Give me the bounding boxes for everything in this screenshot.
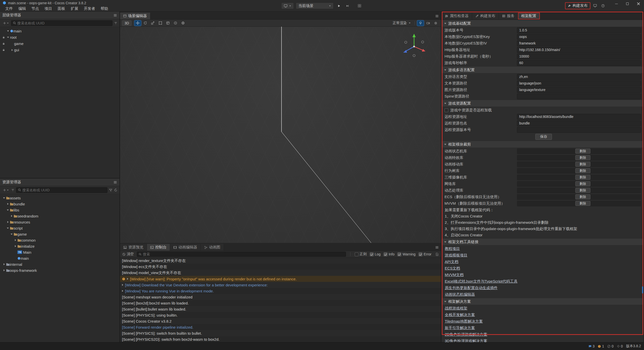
asset-node-game[interactable]: game: [0, 231, 119, 237]
regex-checkbox[interactable]: [355, 252, 358, 256]
collapse-arrow-icon[interactable]: [6, 209, 10, 211]
doc-link[interactable]: 教程项目: [445, 246, 460, 251]
menu-item-1[interactable]: 编辑: [16, 6, 29, 11]
log-count-item[interactable]: 3: [588, 344, 595, 348]
log-row-13[interactable]: [Scene] [PHYSICS2D]: switch from box2d-w…: [120, 336, 441, 342]
collapse-arrow-icon[interactable]: [6, 30, 10, 32]
expand-arrow-icon[interactable]: [13, 245, 17, 247]
expand-arrow-icon[interactable]: [2, 269, 6, 271]
expand-arrow-icon[interactable]: [6, 221, 10, 223]
panel-menu-icon[interactable]: [435, 245, 439, 249]
property-input-2-3[interactable]: [517, 127, 641, 133]
log-row-2[interactable]: [Window] model_view文件夹不存在: [120, 270, 441, 276]
layout-button[interactable]: [356, 3, 363, 9]
section-header-0[interactable]: 游戏基础配置: [441, 20, 643, 27]
filter-log[interactable]: Log: [370, 252, 381, 256]
menu-item-3[interactable]: 项目: [42, 6, 55, 11]
doc-link[interactable]: ECS文档: [445, 266, 460, 271]
checkbox-row[interactable]: 游戏中资源是否远程加载: [441, 107, 643, 113]
property-input-0-0[interactable]: [517, 27, 641, 33]
asset-node-script[interactable]: script: [0, 225, 119, 231]
warn-count-item[interactable]: 1: [598, 344, 604, 348]
gear-toggle-button[interactable]: [432, 20, 439, 26]
section-header-5[interactable]: 框架解决方案: [441, 298, 643, 305]
maximize-button[interactable]: [622, 0, 633, 8]
preview-window-button[interactable]: [592, 3, 598, 9]
doc-link[interactable]: 战棋游戏框架: [445, 306, 467, 311]
log-row-10[interactable]: [Scene] Cocos Creator v3.8.2: [120, 318, 441, 324]
scale-tool-button[interactable]: [149, 20, 156, 26]
property-input-1-3[interactable]: [517, 94, 641, 99]
hierarchy-search[interactable]: [11, 20, 112, 26]
expand-arrow-icon[interactable]: [6, 203, 10, 205]
collapse-arrow-icon[interactable]: [2, 197, 6, 199]
camera-toggle-button[interactable]: [425, 20, 431, 26]
minimize-button[interactable]: [611, 0, 622, 8]
expand-arrow-icon[interactable]: [10, 215, 14, 217]
log-row-4[interactable]: [Window] Download the Vue Devtools exten…: [120, 282, 441, 288]
collapse-arrow-icon[interactable]: [6, 228, 10, 229]
delete-button-2[interactable]: 删除: [575, 162, 590, 167]
rotate-tool-button[interactable]: [142, 20, 149, 26]
delete-button-5[interactable]: 删除: [575, 181, 590, 186]
assets-search-input[interactable]: [22, 188, 106, 192]
sort-icon[interactable]: [11, 188, 15, 192]
console-tab-1[interactable]: 控制台: [147, 244, 170, 251]
expand-arrow-icon[interactable]: [2, 263, 6, 265]
filter-checkbox[interactable]: [397, 252, 401, 256]
filter-info[interactable]: Info: [384, 252, 394, 256]
delete-button-3[interactable]: 删除: [575, 168, 590, 173]
scene-viewport[interactable]: [120, 27, 441, 243]
filter-error[interactable]: Error: [419, 252, 431, 256]
console-tab-2[interactable]: 动画编辑器: [170, 244, 201, 251]
asset-node-assets[interactable]: assets: [0, 195, 119, 201]
collapse-arrow-icon[interactable]: [6, 37, 10, 38]
render-mode-dropdown[interactable]: 正常渲染: [391, 21, 412, 25]
assets-search[interactable]: [16, 187, 107, 193]
console-tab-3[interactable]: 动画图: [201, 244, 224, 251]
expand-arrow-icon[interactable]: [122, 284, 123, 286]
doc-link[interactable]: Excel格式转Json文件与TypeScript代码工具: [445, 279, 517, 284]
property-input-1-0[interactable]: [517, 74, 641, 80]
scene-select-dropdown[interactable]: 当前场景: [296, 3, 334, 9]
panel-menu-icon[interactable]: [113, 180, 117, 184]
asset-node-libs[interactable]: libs: [0, 207, 119, 213]
log-row-3[interactable]: [Window] [Vue warn]: Property "onInput" …: [120, 276, 441, 282]
export-log-icon[interactable]: [435, 253, 439, 256]
inspector-tab-1[interactable]: 构建发布: [472, 13, 499, 19]
delete-button-0[interactable]: 删除: [575, 149, 590, 154]
property-input-2-1[interactable]: [517, 114, 641, 120]
delete-button-1[interactable]: 删除: [575, 155, 590, 160]
hierarchy-node-main[interactable]: main: [0, 28, 119, 34]
preview-device-dropdown[interactable]: [281, 3, 294, 9]
asset-node-common[interactable]: common: [0, 237, 119, 243]
console-tab-0[interactable]: 资源预览: [120, 244, 147, 251]
doc-link[interactable]: 2D角色扮演游戏解决方案: [445, 332, 487, 337]
log-row-8[interactable]: [Scene] [bullet]:bullet wasm lib loaded.: [120, 306, 441, 312]
step-button[interactable]: [344, 3, 351, 9]
property-input-0-1[interactable]: [517, 34, 641, 40]
panel-menu-icon[interactable]: [113, 13, 117, 17]
hierarchy-node-root[interactable]: root: [0, 34, 119, 40]
asset-node-bundle[interactable]: bundle: [0, 201, 119, 207]
scrollbar-thumb[interactable]: [642, 286, 643, 293]
property-input-2-2[interactable]: [517, 120, 641, 126]
section-header-2[interactable]: 游戏资源配置: [441, 100, 643, 107]
property-input-0-5[interactable]: [517, 60, 641, 66]
filter-checkbox[interactable]: [370, 252, 374, 256]
doc-link[interactable]: Tiledmap地图解决方案: [445, 319, 483, 324]
expand-arrow-icon[interactable]: [127, 278, 128, 280]
filter-warning[interactable]: Warning: [397, 252, 416, 256]
property-input-0-3[interactable]: [517, 47, 641, 53]
ui-tool-button[interactable]: [165, 20, 171, 26]
hierarchy-node-gui[interactable]: gui: [0, 47, 119, 53]
delete-button-6[interactable]: 删除: [575, 188, 590, 193]
delete-button-4[interactable]: 删除: [575, 175, 590, 180]
remote-load-checkbox[interactable]: [445, 108, 448, 112]
view-mode-3d-button[interactable]: 3D: [122, 20, 132, 26]
asset-node-seedrandom[interactable]: seedrandom: [0, 213, 119, 219]
expand-arrow-icon[interactable]: [10, 49, 14, 51]
property-input-1-2[interactable]: [517, 87, 641, 93]
property-input-0-4[interactable]: [517, 54, 641, 59]
axis-gizmo[interactable]: [398, 30, 430, 63]
